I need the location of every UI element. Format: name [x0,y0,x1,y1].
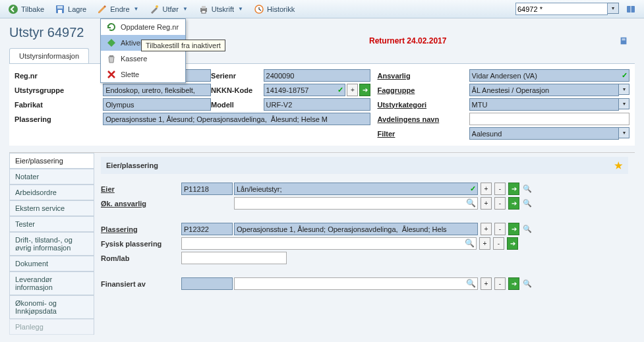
sidetab-eier[interactable]: Eier/plassering [9,153,94,169]
label-filter: Filter [370,130,469,138]
book-icon[interactable] [626,4,636,14]
returned-status: Returnert 24.02.2017 [369,36,446,45]
back-button[interactable]: Tilbake [4,3,48,16]
search-icon[interactable]: 🔍 [522,198,533,209]
minus-button[interactable]: - [494,197,506,210]
minus-button[interactable]: - [494,223,506,235]
svg-rect-11 [621,38,627,45]
chevron-down-icon[interactable]: ▾ [608,3,619,14]
sidetab-dokument[interactable]: Dokument [9,256,94,271]
chevron-down-icon[interactable]: ▾ [619,127,629,138]
minus-button[interactable]: - [493,237,504,250]
lower-area: Eier/plassering Notater Arbeidsordre Eks… [9,152,635,335]
plus-button[interactable]: + [479,237,490,250]
chevron-down-icon[interactable]: ▾ [619,98,629,109]
finansiert-code-input[interactable] [181,277,233,290]
svg-rect-7 [202,11,206,13]
label-fabrikat: Fabrikat [15,101,103,109]
label-plassering: Plassering [15,115,103,123]
svg-point-4 [156,5,158,8]
history-button[interactable]: Historikk [250,3,299,16]
minus-button[interactable]: - [494,183,506,195]
fysisk-input[interactable] [181,237,477,250]
plassering-desc-input[interactable] [234,223,478,235]
sidetab-leverandor[interactable]: Leverandør informasjon [9,271,94,295]
svg-rect-12 [622,39,625,40]
menu-discard[interactable]: Kassere [101,51,185,67]
print-button[interactable]: Utskrift ▼ [194,3,247,16]
menu-delete[interactable]: Slette [101,67,185,82]
chevron-down-icon[interactable]: ▾ [619,84,629,95]
svg-rect-13 [622,40,625,40]
eier-code-input[interactable] [181,183,233,195]
go-button[interactable]: ➔ [508,183,519,195]
go-button[interactable]: ➔ [508,197,519,210]
label-plassering: Plassering [101,225,180,233]
record-selector-input[interactable] [515,3,608,15]
search-icon[interactable]: 🔍 [466,279,476,288]
label-avdelingens: Avdelingens navn [370,115,469,123]
go-button[interactable]: ➔ [507,237,518,250]
printer-icon [198,4,209,14]
plus-button[interactable]: + [481,277,492,290]
sidetab-arbeidsordre[interactable]: Arbeidsordre [9,185,94,200]
search-icon[interactable]: 🔍 [522,279,533,289]
record-selector[interactable]: ▾ [515,3,619,15]
plus-button[interactable]: + [347,84,358,96]
history-label: Historikk [267,5,295,13]
plus-button[interactable]: + [481,183,492,195]
execute-button[interactable]: Utfør ▼ [145,3,191,16]
search-icon[interactable]: 🔍 [522,184,533,194]
plassering-input[interactable] [103,113,370,125]
sidetab-notater[interactable]: Notater [9,169,94,185]
finansiert-desc-input[interactable] [234,277,478,290]
sidetab-okonomi[interactable]: Økonomi- og Innkjøpsdata [9,295,94,319]
go-button[interactable]: ➔ [508,223,519,235]
fabrikat-input[interactable] [103,98,211,111]
chevron-down-icon: ▼ [134,6,139,12]
sidetab-tester[interactable]: Tester [9,216,94,232]
nkkn-input[interactable] [264,84,346,96]
edit-button[interactable]: Endre ▼ [93,3,142,16]
label-ok-ansvarlig: Øk. ansvarlig [101,200,180,208]
save-label: Lagre [68,5,86,13]
search-icon[interactable]: 🔍 [466,198,476,208]
minus-button[interactable]: - [494,277,506,290]
menu-label: Slette [121,71,139,78]
star-icon[interactable]: ★ [614,160,623,171]
search-icon[interactable]: 🔍 [465,239,475,248]
go-button[interactable]: ➔ [359,84,370,96]
romlab-input[interactable] [181,252,287,264]
document-icon[interactable] [619,36,628,45]
label-eier: Eier [101,185,180,193]
label-utstyrsgruppe: Utstyrsgruppe [15,86,103,94]
save-button[interactable]: Lagre [51,3,90,16]
ansvarlig-input[interactable] [469,69,629,82]
ok-ansvarlig-input[interactable] [234,197,478,210]
plus-button[interactable]: + [481,223,492,235]
plus-button[interactable]: + [481,197,492,210]
go-button[interactable]: ➔ [508,277,519,290]
avdelingens-input[interactable] [469,113,629,125]
tab-utstyrsinformasjon[interactable]: Utstyrsinformasjon [9,48,89,63]
filter-select[interactable] [469,127,620,140]
tooltip: Tilbakestill fra inaktivert [141,40,225,51]
sidetab-drift[interactable]: Drift-, tilstand-, og øvrig informasjon [9,232,94,256]
save-icon [55,4,65,14]
utstyrsgruppe-input[interactable] [103,84,211,96]
svg-rect-2 [57,6,63,9]
sidetab-planlegg[interactable]: Planlegg [9,319,94,335]
eier-desc-input[interactable] [234,183,478,195]
label-nkkn: NKKN-Kode [211,86,263,94]
utstyrkategori-select[interactable] [469,98,620,111]
serienr-input[interactable] [264,69,371,82]
refresh-icon [106,22,117,32]
plassering-code-input[interactable] [181,223,233,235]
sidetab-ekstern[interactable]: Ekstern service [9,200,94,216]
faggruppe-select[interactable] [469,84,620,96]
menu-update-regnr[interactable]: Oppdatere Reg.nr [101,19,185,35]
modell-input[interactable] [264,98,371,111]
chevron-down-icon: ▼ [238,6,243,12]
search-icon[interactable]: 🔍 [522,224,533,235]
svg-rect-6 [202,6,206,9]
